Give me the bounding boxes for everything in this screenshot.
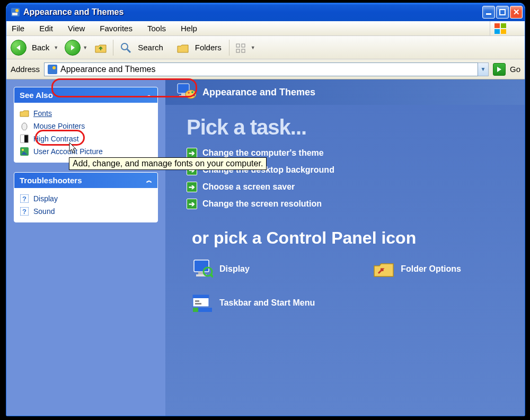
menu-view[interactable]: View xyxy=(68,24,85,33)
tooltip: Add, change, and manage fonts on your co… xyxy=(69,157,267,170)
contrast-icon xyxy=(20,134,29,144)
sidebar: See Also ︽ Fonts Mouse Pointers High Con… xyxy=(6,79,165,416)
collapse-icon: ︽ xyxy=(146,91,152,99)
svg-rect-13 xyxy=(236,49,240,52)
sidebar-item-high-contrast[interactable]: High Contrast xyxy=(20,132,152,145)
svg-rect-6 xyxy=(501,23,506,28)
arrow-icon: ➔ xyxy=(187,199,197,209)
sidebar-item-fonts[interactable]: Fonts xyxy=(20,107,152,120)
folder-options-icon xyxy=(373,258,394,280)
sidebar-item-display[interactable]: ? Display xyxy=(20,192,152,205)
svg-rect-7 xyxy=(494,29,500,34)
sidebar-item-sound[interactable]: ? Sound xyxy=(20,205,152,218)
svg-point-17 xyxy=(22,123,27,130)
address-value: Appearance and Themes xyxy=(60,65,155,74)
main-content: Appearance and Themes Pick a task... ➔Ch… xyxy=(165,79,525,416)
appearance-icon xyxy=(174,83,196,102)
title-bar: Appearance and Themes ✕ xyxy=(6,3,525,21)
window-icon xyxy=(11,7,20,17)
svg-rect-2 xyxy=(12,13,17,15)
help-icon: ? xyxy=(20,194,29,203)
picture-icon xyxy=(20,147,29,156)
category-header: Appearance and Themes xyxy=(165,79,525,105)
collapse-icon: ︽ xyxy=(146,176,152,184)
taskbar-icon xyxy=(192,292,213,314)
help-icon: ? xyxy=(20,207,29,216)
svg-point-30 xyxy=(188,92,190,94)
address-input[interactable]: Appearance and Themes xyxy=(44,62,478,76)
see-also-header[interactable]: See Also ︽ xyxy=(14,87,157,103)
svg-rect-40 xyxy=(195,300,199,302)
folders-label[interactable]: Folders xyxy=(195,43,222,52)
forward-dropdown-icon[interactable]: ▼ xyxy=(83,45,87,50)
svg-point-1 xyxy=(15,9,19,12)
svg-text:?: ? xyxy=(22,195,26,203)
cp-icon-taskbar[interactable]: Taskbar and Start Menu xyxy=(192,292,315,314)
search-icon[interactable] xyxy=(119,41,132,55)
svg-rect-11 xyxy=(236,44,240,47)
svg-rect-4 xyxy=(500,10,505,15)
svg-rect-15 xyxy=(48,65,57,74)
close-button[interactable]: ✕ xyxy=(510,6,523,19)
pick-task-heading: Pick a task... xyxy=(165,105,525,139)
svg-rect-3 xyxy=(486,13,491,15)
menu-favorites[interactable]: Favorites xyxy=(100,24,132,33)
toolbar: Back ▼ ▼ Search Folders ▼ xyxy=(6,36,525,59)
cp-icon-folder-options[interactable]: Folder Options xyxy=(373,258,461,280)
search-label[interactable]: Search xyxy=(138,43,163,52)
svg-rect-27 xyxy=(181,93,186,95)
up-folder-icon[interactable] xyxy=(94,41,108,55)
svg-rect-41 xyxy=(195,303,201,305)
menu-help[interactable]: Help xyxy=(181,24,197,33)
views-icon[interactable] xyxy=(235,41,249,55)
svg-rect-19 xyxy=(21,135,24,142)
svg-rect-12 xyxy=(242,44,245,47)
svg-rect-5 xyxy=(494,23,500,28)
svg-line-37 xyxy=(210,274,213,277)
task-resolution[interactable]: ➔Change the screen resolution xyxy=(187,195,525,212)
menu-edit[interactable]: Edit xyxy=(39,24,53,33)
forward-button[interactable] xyxy=(65,40,81,56)
svg-rect-39 xyxy=(193,295,209,298)
sidebar-item-mouse-pointers[interactable]: Mouse Pointers xyxy=(20,120,152,132)
cp-icon-display[interactable]: Display xyxy=(192,258,315,280)
window-title: Appearance and Themes xyxy=(23,7,481,17)
menu-tools[interactable]: Tools xyxy=(147,24,166,33)
display-icon xyxy=(192,258,213,280)
svg-rect-43 xyxy=(193,308,198,312)
svg-point-9 xyxy=(121,43,128,50)
mouse-icon xyxy=(20,121,29,131)
go-button[interactable] xyxy=(493,63,506,76)
sidebar-item-user-account-picture[interactable]: User Account Picture xyxy=(20,145,152,158)
minimize-button[interactable] xyxy=(482,6,495,19)
troubleshooters-panel: Troubleshooters ︽ ? Display ? Sound xyxy=(14,172,158,222)
address-dropdown-icon[interactable]: ▼ xyxy=(478,62,489,76)
svg-line-10 xyxy=(127,49,130,52)
go-label: Go xyxy=(510,65,520,74)
task-screen-saver[interactable]: ➔Choose a screen saver xyxy=(187,178,525,195)
menu-file[interactable]: File xyxy=(12,24,24,33)
address-label: Address xyxy=(11,65,40,74)
views-dropdown-icon[interactable]: ▼ xyxy=(251,45,255,50)
svg-rect-14 xyxy=(242,49,245,52)
windows-flag-icon xyxy=(490,21,510,36)
see-also-panel: See Also ︽ Fonts Mouse Pointers High Con… xyxy=(14,87,158,163)
arrow-icon: ➔ xyxy=(187,148,197,158)
address-bar: Address Appearance and Themes ▼ Go xyxy=(6,59,525,79)
arrow-icon: ➔ xyxy=(187,182,197,192)
svg-point-29 xyxy=(186,90,196,99)
svg-text:?: ? xyxy=(22,208,26,216)
svg-point-32 xyxy=(193,94,195,96)
troubleshooters-header[interactable]: Troubleshooters ︽ xyxy=(14,173,157,188)
svg-point-16 xyxy=(52,66,56,69)
or-pick-heading: or pick a Control Panel icon xyxy=(192,228,525,248)
back-dropdown-icon[interactable]: ▼ xyxy=(54,45,58,50)
maximize-button[interactable] xyxy=(496,6,509,19)
folders-icon[interactable] xyxy=(176,41,190,55)
svg-rect-33 xyxy=(194,260,209,272)
svg-point-21 xyxy=(22,149,24,151)
back-button[interactable] xyxy=(11,40,26,56)
folder-icon xyxy=(20,109,29,118)
menu-bar: File Edit View Favorites Tools Help xyxy=(6,21,525,36)
svg-rect-8 xyxy=(501,29,506,34)
